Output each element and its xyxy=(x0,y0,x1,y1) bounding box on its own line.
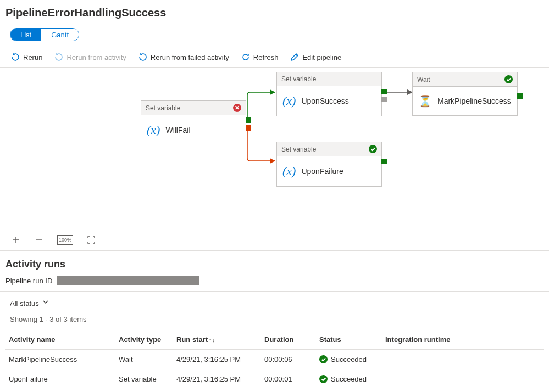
pipeline-run-id-label: Pipeline run ID xyxy=(5,277,52,285)
pipeline-canvas[interactable]: Set variable WillFail Set variable UponS… xyxy=(0,68,549,229)
node-body: WillFail xyxy=(141,115,246,145)
activity-node-uponfailure[interactable]: Set variable UponFailure xyxy=(276,142,382,187)
tab-gantt[interactable]: Gantt xyxy=(41,29,79,41)
node-header: Set variable xyxy=(141,101,246,115)
rerun-failed-icon xyxy=(138,53,147,61)
status-success-icon xyxy=(504,75,513,83)
cell-activity-name: UponFailure xyxy=(5,369,115,389)
cell-duration: 00:00:06 xyxy=(261,350,316,369)
node-type-label: Set variable xyxy=(281,75,316,83)
variable-icon xyxy=(147,123,160,137)
edit-pipeline-label: Edit pipeline xyxy=(302,53,341,61)
cell-status: Succeeded xyxy=(316,369,382,389)
cell-runtime xyxy=(382,389,544,393)
cell-status: Failed xyxy=(316,389,382,393)
cell-duration: 00:00:01 xyxy=(261,369,316,389)
activity-runs-title: Activity runs xyxy=(0,251,549,273)
cell-runtime xyxy=(382,369,544,389)
node-header: Wait xyxy=(413,72,517,87)
cell-status: Succeeded xyxy=(316,350,382,369)
table-row[interactable]: MarkPipelineSuccessWait4/29/21, 3:16:25 … xyxy=(5,350,544,369)
toolbar: Rerun Rerun from activity Rerun from fai… xyxy=(0,47,549,67)
cell-duration: 00:00:01 xyxy=(261,389,316,393)
variable-icon xyxy=(282,164,296,178)
activity-runs-table: Activity name Activity type Run start↑↓ … xyxy=(5,330,544,392)
status-success-icon xyxy=(319,375,328,383)
success-output-port[interactable] xyxy=(246,117,251,123)
edit-pipeline-button[interactable]: Edit pipeline xyxy=(290,53,341,61)
col-integration-runtime[interactable]: Integration runtime xyxy=(382,330,544,350)
node-label: UponFailure xyxy=(301,167,343,176)
rerun-activity-icon xyxy=(54,53,63,61)
status-success-icon xyxy=(369,145,377,153)
cell-activity-name: WillFail xyxy=(5,389,115,393)
cell-runtime xyxy=(382,350,544,369)
cell-activity-name: MarkPipelineSuccess xyxy=(5,350,115,369)
success-output-port[interactable] xyxy=(517,93,523,99)
zoom-out-button[interactable] xyxy=(34,235,44,245)
activity-node-uponsuccess[interactable]: Set variable UponSuccess xyxy=(276,72,382,116)
status-filter-dropdown[interactable]: All status xyxy=(0,291,549,312)
rerun-from-failed-label: Rerun from failed activity xyxy=(151,53,229,61)
pipeline-run-id-row: Pipeline run ID xyxy=(0,273,549,288)
hourglass-icon: ⏳ xyxy=(418,94,432,108)
rerun-from-failed-button[interactable]: Rerun from failed activity xyxy=(138,53,229,61)
col-status[interactable]: Status xyxy=(316,330,382,350)
col-activity-type[interactable]: Activity type xyxy=(115,330,173,350)
rerun-button[interactable]: Rerun xyxy=(11,53,42,61)
table-row[interactable]: WillFailSet variable4/29/21, 3:16:24 PM0… xyxy=(5,389,544,393)
node-label: WillFail xyxy=(165,126,190,135)
col-run-start[interactable]: Run start↑↓ xyxy=(173,330,261,350)
refresh-button[interactable]: Refresh xyxy=(241,53,279,61)
view-toggle: List Gantt xyxy=(10,28,79,41)
node-type-label: Wait xyxy=(417,76,430,83)
success-output-port[interactable] xyxy=(381,159,387,164)
zoom-controls: 100% xyxy=(0,229,549,250)
node-type-label: Set variable xyxy=(146,104,180,112)
zoom-in-button[interactable] xyxy=(11,235,21,245)
status-failed-icon xyxy=(233,104,241,112)
node-label: UponSuccess xyxy=(301,97,348,105)
zoom-reset-button[interactable]: 100% xyxy=(57,235,73,245)
node-type-label: Set variable xyxy=(281,145,316,153)
chevron-down-icon xyxy=(42,299,49,307)
status-filter-label: All status xyxy=(10,299,39,307)
rerun-label: Rerun xyxy=(23,53,42,61)
col-duration[interactable]: Duration xyxy=(261,330,316,350)
completion-output-port[interactable] xyxy=(381,97,387,102)
sort-icon: ↑↓ xyxy=(209,337,215,343)
col-activity-name[interactable]: Activity name xyxy=(5,330,115,350)
failure-output-port[interactable] xyxy=(246,125,251,131)
node-body: UponFailure xyxy=(277,156,381,186)
pencil-icon xyxy=(290,53,299,61)
table-header-row: Activity name Activity type Run start↑↓ … xyxy=(5,330,544,350)
node-header: Set variable xyxy=(277,72,381,86)
node-body: UponSuccess xyxy=(277,86,381,116)
activity-node-willfail[interactable]: Set variable WillFail xyxy=(141,100,246,145)
variable-icon xyxy=(282,94,296,108)
cell-activity-type: Wait xyxy=(115,350,173,369)
node-body: ⏳ MarkPipelineSuccess xyxy=(413,87,517,115)
success-output-port[interactable] xyxy=(381,89,387,94)
cell-activity-type: Set variable xyxy=(115,369,173,389)
cell-run-start: 4/29/21, 3:16:25 PM xyxy=(173,350,261,369)
node-label: MarkPipelineSuccess xyxy=(437,97,511,105)
tab-list[interactable]: List xyxy=(10,29,41,41)
page-title: PipelineErrorHandlingSuccess xyxy=(0,0,549,24)
rerun-icon xyxy=(11,53,20,61)
activity-node-markpipelinesuccess[interactable]: Wait ⏳ MarkPipelineSuccess xyxy=(412,72,518,116)
table-row[interactable]: UponFailureSet variable4/29/21, 3:16:25 … xyxy=(5,369,544,389)
status-success-icon xyxy=(319,355,328,363)
cell-run-start: 4/29/21, 3:16:24 PM xyxy=(173,389,261,393)
cell-run-start: 4/29/21, 3:16:25 PM xyxy=(173,369,261,389)
refresh-label: Refresh xyxy=(253,53,279,61)
rerun-from-activity-label: Rerun from activity xyxy=(66,53,126,61)
refresh-icon xyxy=(241,53,250,61)
rerun-from-activity-button: Rerun from activity xyxy=(54,53,126,61)
pipeline-run-id-value xyxy=(57,276,199,285)
zoom-fit-button[interactable] xyxy=(86,235,96,245)
item-count-text: Showing 1 - 3 of 3 items xyxy=(0,312,549,327)
node-header: Set variable xyxy=(277,142,381,156)
cell-activity-type: Set variable xyxy=(115,389,173,393)
